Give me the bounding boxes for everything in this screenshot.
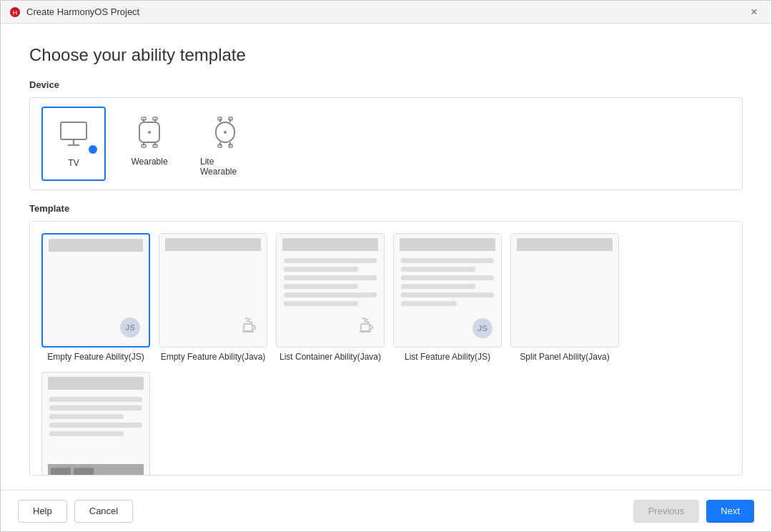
template-section-label: Template (29, 203, 743, 214)
tab-bar (48, 464, 144, 476)
window-title: Create HarmonyOS Project (26, 6, 139, 17)
device-container: TV (29, 97, 743, 190)
line6 (401, 301, 457, 306)
java-badge-icon (241, 317, 258, 338)
preview-header (165, 238, 261, 251)
preview-header (282, 238, 378, 251)
tab2 (74, 468, 94, 476)
wearable-icon (137, 117, 162, 148)
line2 (401, 267, 475, 272)
device-label-wearable: Wearable (131, 157, 167, 167)
device-item-lite-wearable[interactable]: Lite Wearable (193, 107, 257, 181)
svg-rect-25 (244, 324, 252, 331)
main-window: H Create HarmonyOS Project × Choose your… (0, 0, 772, 532)
preview-header (49, 239, 143, 252)
template-card-empty-js[interactable]: JS Empty Feature Ability(JS) (41, 233, 150, 363)
line3 (49, 414, 124, 419)
line2 (284, 267, 358, 272)
template-grid: JS Empty Feature Ability(JS) (41, 233, 731, 476)
line2 (49, 405, 142, 410)
svg-rect-2 (61, 122, 86, 139)
lite-wearable-icon (212, 117, 238, 148)
bottom-right-buttons: Previous Next (633, 500, 754, 523)
template-section: Template JS Empty Feature Ability(JS) (29, 203, 743, 476)
template-label-empty-java: Empty Feature Ability(Java) (161, 352, 266, 363)
help-button[interactable]: Help (18, 500, 67, 523)
template-label-split-panel-java: Split Panel Ability(Java) (520, 352, 609, 363)
preview-header (48, 377, 144, 390)
line1 (401, 258, 494, 263)
template-preview-split-panel-java (510, 233, 619, 348)
content-area: Choose your ability template Device TV (1, 24, 771, 490)
line5 (49, 431, 124, 436)
line5 (401, 292, 494, 297)
device-icon-tv (49, 112, 99, 155)
device-label-lite-wearable: Lite Wearable (200, 157, 250, 177)
line4 (401, 284, 475, 289)
svg-point-24 (224, 131, 227, 134)
line3 (284, 275, 377, 280)
previous-button[interactable]: Previous (633, 500, 700, 523)
svg-rect-27 (361, 324, 370, 331)
js-badge-icon: JS (120, 317, 140, 338)
preview-header (400, 238, 495, 251)
line4 (49, 423, 142, 428)
line3 (401, 275, 494, 280)
bottom-bar: Help Cancel Previous Next (1, 490, 771, 531)
coffee-icon (241, 317, 258, 335)
tv-icon (58, 119, 89, 148)
preview-header (517, 238, 613, 251)
line6 (284, 301, 358, 306)
line4 (284, 284, 358, 289)
device-item-tv[interactable]: TV (41, 107, 106, 181)
line1 (49, 397, 142, 402)
device-label-tv: TV (68, 158, 79, 168)
template-label-empty-js: Empty Feature Ability(JS) (47, 352, 144, 363)
device-section: Device TV (29, 79, 743, 190)
title-bar: H Create HarmonyOS Project × (1, 1, 771, 24)
line5 (284, 292, 377, 297)
preview-lines (42, 394, 149, 464)
device-icon-wearable (124, 111, 174, 154)
device-item-wearable[interactable]: Wearable (117, 107, 182, 181)
template-preview-empty-java (159, 233, 267, 348)
bottom-left-buttons: Help Cancel (18, 500, 133, 523)
close-button[interactable]: × (746, 4, 763, 21)
tv-selected-dot (89, 145, 97, 154)
device-icon-lite-wearable (200, 111, 250, 154)
template-card-tab-js[interactable]: Tab Feature Ability(JS) (41, 372, 150, 476)
template-container[interactable]: JS Empty Feature Ability(JS) (29, 221, 743, 476)
template-card-list-container-java[interactable]: List Container Ability(Java) (276, 233, 385, 363)
device-section-label: Device (29, 79, 743, 90)
title-bar-left: H Create HarmonyOS Project (9, 6, 139, 18)
template-label-list-feature-js: List Feature Ability(JS) (405, 352, 490, 363)
template-card-split-panel-java[interactable]: Split Panel Ability(Java) (510, 233, 619, 363)
next-button[interactable]: Next (706, 500, 754, 523)
cancel-button[interactable]: Cancel (74, 500, 133, 523)
template-preview-list-feature-js: JS (393, 233, 502, 348)
template-label-list-container-java: List Container Ability(Java) (279, 352, 381, 363)
template-card-empty-java[interactable]: Empty Feature Ability(Java) (159, 233, 267, 363)
template-preview-empty-js: JS (41, 233, 150, 348)
preview-lines (511, 255, 618, 347)
app-icon: H (9, 6, 21, 18)
java-coffee-icon (358, 317, 375, 338)
svg-text:H: H (13, 9, 18, 16)
js-badge-icon2: JS (472, 318, 493, 338)
coffee-icon2 (358, 317, 375, 335)
template-preview-list-container-java (276, 233, 385, 348)
template-preview-tab-js (41, 372, 150, 476)
template-card-list-feature-js[interactable]: JS List Feature Ability(JS) (393, 233, 502, 363)
tab1 (51, 468, 71, 476)
line1 (284, 258, 377, 263)
svg-point-14 (148, 131, 151, 134)
page-title: Choose your ability template (29, 45, 743, 65)
